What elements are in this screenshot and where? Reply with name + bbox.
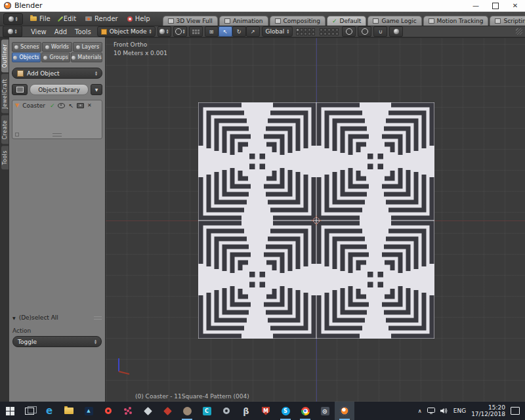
manipulator-button-3[interactable]: ↻ <box>232 26 246 37</box>
file-explorer-icon[interactable] <box>59 402 79 420</box>
object-library-dropdown[interactable]: ▼ <box>91 84 102 95</box>
molecule-app-icon[interactable] <box>118 402 138 420</box>
layers-grid-right[interactable] <box>320 28 339 35</box>
layer-cell[interactable] <box>327 32 331 35</box>
beta-app-icon[interactable]: β <box>236 402 256 420</box>
snap-element-button[interactable] <box>189 26 203 37</box>
task-view-button[interactable] <box>20 402 39 420</box>
manipulator-button-2[interactable]: ↖ <box>219 26 232 37</box>
outliner-button-groups[interactable]: Groups <box>41 52 70 62</box>
layout-tab-animation[interactable]: Animation <box>219 16 268 26</box>
gem-app-icon[interactable] <box>158 402 177 420</box>
manipulator-button-1[interactable]: ⊞ <box>205 26 219 37</box>
list-corner-handle[interactable] <box>15 133 19 136</box>
manipulator-button-4[interactable]: ↗ <box>246 26 260 37</box>
viewport-menu-view[interactable]: View <box>27 28 51 35</box>
inkscape-icon[interactable] <box>138 402 158 420</box>
network-icon[interactable] <box>427 408 435 414</box>
layer-cell[interactable] <box>320 28 323 32</box>
orientation-selector[interactable]: Global ▲▼ <box>262 26 293 37</box>
cura-icon[interactable]: C <box>197 402 217 420</box>
language-indicator[interactable]: ENG <box>453 408 466 414</box>
layout-tab-scripting[interactable]: Scripting <box>490 16 525 26</box>
layer-cell[interactable] <box>296 32 299 35</box>
minimize-button[interactable]: — <box>466 0 486 11</box>
layer-cell[interactable] <box>300 28 303 32</box>
layer-cell[interactable] <box>331 32 335 35</box>
layer-cell[interactable] <box>304 32 307 35</box>
skype-icon[interactable]: S <box>276 402 295 420</box>
layout-tab-3d-view-full[interactable]: 3D View Full <box>163 16 218 26</box>
outliner-button-layers[interactable]: Layers <box>73 42 102 52</box>
layer-cell[interactable] <box>312 28 315 32</box>
viewport-menu-add[interactable]: Add <box>51 28 71 35</box>
object-list[interactable]: ▼Coaster✓↖✕ <box>12 100 102 139</box>
layer-cell[interactable] <box>308 28 311 32</box>
layer-cell[interactable] <box>335 32 339 35</box>
menu-edit[interactable]: Edit <box>55 12 81 26</box>
layer-cell[interactable] <box>327 28 331 32</box>
object-library-button[interactable]: Object Library <box>30 84 89 95</box>
library-screen-button[interactable] <box>12 84 28 95</box>
start-button[interactable] <box>0 402 20 420</box>
menu-file[interactable]: File <box>26 12 55 26</box>
maximize-button[interactable] <box>486 0 505 11</box>
panel-drag-dots-icon[interactable] <box>94 316 102 320</box>
outliner-button-objects[interactable]: Objects <box>12 52 41 62</box>
outliner-button-worlds[interactable]: Worlds <box>42 42 72 52</box>
outliner-button-materials[interactable]: Materials <box>71 52 102 62</box>
layer-cell[interactable] <box>320 32 323 35</box>
settings-app-icon[interactable]: ⊙ <box>315 402 335 420</box>
action-center-icon[interactable] <box>511 407 520 415</box>
add-object-button[interactable]: Add Object ▲▼ <box>12 68 102 79</box>
layer-cell[interactable] <box>324 32 327 35</box>
layer-cell[interactable] <box>331 28 335 32</box>
edge-icon[interactable]: e <box>39 402 59 420</box>
layer-cell[interactable] <box>324 28 327 32</box>
blender-taskbar-icon[interactable] <box>335 402 354 420</box>
pivot-selector[interactable]: ▲▼ <box>173 26 187 37</box>
layer-cell[interactable] <box>300 32 303 35</box>
close-button[interactable]: ✕ <box>505 0 525 11</box>
object-list-item-coaster[interactable]: ▼Coaster✓↖✕ <box>15 102 99 109</box>
action-toggle-dropdown[interactable]: Toggle ▲▼ <box>12 336 102 347</box>
layers-grid-left[interactable] <box>296 28 315 35</box>
layout-tab-compositing[interactable]: Compositing <box>270 16 326 26</box>
dial-app-icon[interactable] <box>217 402 236 420</box>
selectable-cursor-icon[interactable]: ↖ <box>68 103 74 109</box>
editor-type-selector[interactable]: ▲▼ <box>3 13 23 25</box>
snap-magnet-button[interactable]: ∪ <box>373 26 387 37</box>
sidebar-tab-tools[interactable]: Tools <box>1 146 9 169</box>
lock-to-scene-button[interactable] <box>342 26 356 37</box>
opera-icon[interactable] <box>98 402 118 420</box>
header-resize-icon[interactable] <box>516 28 522 35</box>
layout-tab-default[interactable]: ✓Default <box>327 16 366 26</box>
outliner-button-scenes[interactable]: Scenes <box>12 42 41 52</box>
sidebar-tab-jewelcraft[interactable]: JewelCraft <box>1 74 9 114</box>
menu-render[interactable]: Render <box>81 12 123 26</box>
layer-cell[interactable] <box>335 28 339 32</box>
deselect-panel-header[interactable]: ▼ (De)select All <box>12 314 102 321</box>
proportional-edit-button[interactable] <box>358 26 371 37</box>
opengl-render-button[interactable] <box>389 26 403 37</box>
viewport-editor-selector[interactable]: ▲▼ <box>3 26 22 37</box>
layout-tab-game-logic[interactable]: Game Logic <box>368 16 421 26</box>
layer-cell[interactable] <box>312 32 315 35</box>
render-camera-icon[interactable] <box>77 103 84 108</box>
layer-cell[interactable] <box>304 28 307 32</box>
tray-chevron-icon[interactable]: ∧ <box>418 408 422 414</box>
menu-help[interactable]: Help <box>123 12 155 26</box>
affinity-app-icon[interactable]: ▲ <box>79 402 98 420</box>
sidebar-tab-outliner[interactable]: Outliner <box>1 39 9 72</box>
layer-cell[interactable] <box>296 28 299 32</box>
layout-tab-motion-tracking[interactable]: Motion Tracking <box>423 16 489 26</box>
viewport-3d[interactable]: Front Ortho 10 Meters x 0.001 (0) Coaste… <box>105 37 525 402</box>
volume-icon[interactable] <box>440 408 448 414</box>
gimp-icon[interactable] <box>177 402 197 420</box>
sidebar-tab-create[interactable]: Create <box>1 116 9 144</box>
shading-selector[interactable]: ▲▼ <box>158 26 171 37</box>
mcafee-icon[interactable]: M <box>256 402 276 420</box>
taskbar-clock[interactable]: 15:20 17/12/2018 <box>471 404 505 417</box>
viewport-menu-tools[interactable]: Tools <box>71 28 95 35</box>
visibility-eye-icon[interactable] <box>58 103 65 108</box>
